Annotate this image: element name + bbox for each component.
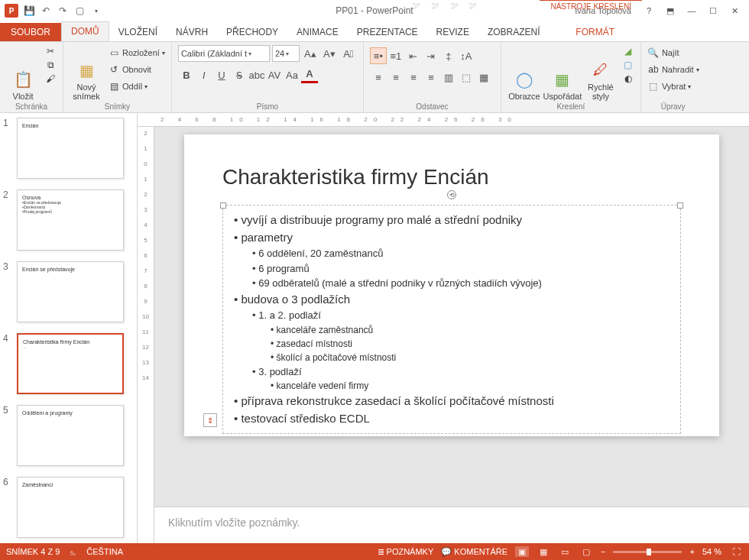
new-slide-button[interactable]: ▦ Nový snímek [70,45,103,101]
zoom-level[interactable]: 54 % [702,547,721,556]
start-from-beginning-icon[interactable]: ▢ [73,5,86,17]
thumbnail-row[interactable]: 4Charakteristika firmy Encián… [3,333,129,394]
zoom-in-button[interactable]: + [689,547,694,556]
bullet-item[interactable]: 3. podlažíkanceláře vedení firmy [252,364,670,393]
slide[interactable]: Charakteristika firmy Encián ⟲ ⇕ vyvíjí … [184,134,719,436]
shapes-button[interactable]: ◯Obrazce [507,45,541,101]
font-color-button[interactable]: A [301,66,318,83]
bold-button[interactable]: B [178,66,195,83]
content-placeholder[interactable]: ⟲ ⇕ vyvíjí a distribuuje programy pro ma… [222,205,681,434]
bullet-item[interactable]: školící a počítačové místnosti [271,351,670,364]
bullet-item[interactable]: 6 oddělení, 20 zaměstnanců [252,246,670,261]
tab-file[interactable]: SOUBOR [0,23,61,41]
slide-counter[interactable]: SNÍMEK 4 Z 9 [6,547,60,556]
normal-view-icon[interactable]: ▣ [515,546,529,557]
tab-animations[interactable]: ANIMACE [287,23,348,41]
decrease-indent-button[interactable]: ⇤ [405,47,422,64]
align-center-button[interactable]: ≡ [387,69,404,86]
tab-view[interactable]: ZOBRAZENÍ [478,23,550,41]
autofit-options-icon[interactable]: ⇕ [203,413,217,427]
close-icon[interactable]: ✕ [725,3,744,18]
grow-font-icon[interactable]: A▴ [302,45,319,62]
bullet-item[interactable]: budova o 3 podlažích1. a 2. podlažíkance… [234,291,670,393]
italic-button[interactable]: I [196,66,212,83]
bullet-item[interactable]: kanceláře zaměstnanců [271,323,670,337]
notes-pane[interactable]: Kliknutím vložíte poznámky. [154,507,749,543]
thumbnail[interactable]: Zaměstnanci [17,477,124,538]
thumbnail[interactable]: Encián se představuje [17,261,124,322]
language-indicator[interactable]: ČEŠTINA [86,547,123,556]
thumbnail[interactable]: Osnova•Encián se představuje•Zaměstnanci… [17,189,124,251]
sorter-view-icon[interactable]: ▦ [537,546,550,557]
thumbnail-row[interactable]: 5Oddělení a programy [3,405,129,466]
bullet-sublist[interactable]: kanceláře zaměstnancůzasedací místnostiš… [252,323,670,364]
quick-styles-button[interactable]: 🖊Rychlé styly [584,45,618,101]
bullet-sublist[interactable]: kanceláře vedení firmy [252,379,670,393]
section-button[interactable]: ▤Oddíl ▾ [108,79,165,94]
bullet-item[interactable]: zasedací místnosti [271,337,670,351]
underline-button[interactable]: U [213,66,230,83]
increase-indent-button[interactable]: ⇥ [423,47,439,64]
slide-thumbnails-panel[interactable]: 1Encián2Osnova•Encián se představuje•Zam… [0,113,138,543]
thumbnail[interactable]: Charakteristika firmy Encián… [17,333,124,394]
smartart-button[interactable]: ▦ [475,69,492,86]
minimize-icon[interactable]: — [682,3,702,18]
spellcheck-icon[interactable]: ⎁ [70,547,76,556]
bullet-item[interactable]: 69 odběratelů (malé a střední podniky v … [252,276,670,291]
line-spacing-button[interactable]: ‡ [440,47,457,64]
align-left-button[interactable]: ≡ [370,69,387,86]
change-case-button[interactable]: Aa [284,66,300,83]
align-text-button[interactable]: ⬚ [458,69,475,86]
bullet-list[interactable]: vyvíjí a distribuuje programy pro malé a… [234,212,670,427]
columns-button[interactable]: ▥ [440,69,457,86]
layout-button[interactable]: ▭Rozložení ▾ [108,45,165,60]
save-icon[interactable]: 💾 [23,5,35,17]
comments-toggle[interactable]: 💬 KOMENTÁŘE [441,547,507,557]
zoom-slider[interactable] [613,551,682,553]
replace-button[interactable]: abNahradit ▾ [647,62,699,77]
slide-canvas[interactable]: Charakteristika firmy Encián ⟲ ⇕ vyvíjí … [154,127,749,507]
notes-toggle[interactable]: ≣ POZNÁMKY [378,547,434,557]
justify-button[interactable]: ≡ [423,69,439,86]
tab-design[interactable]: NÁVRH [167,23,217,41]
font-size-combo[interactable]: 24▾ [272,45,300,62]
shadow-button[interactable]: abc [248,66,265,83]
maximize-icon[interactable]: ☐ [703,3,723,18]
select-button[interactable]: ⬚Vybrat ▾ [647,79,699,94]
tab-transitions[interactable]: PŘECHODY [217,23,287,41]
help-icon[interactable]: ? [639,3,659,18]
qat-dropdown-icon[interactable]: ▾ [90,5,102,17]
bullet-sublist[interactable]: 6 oddělení, 20 zaměstnanců6 programů69 o… [234,246,670,291]
reading-view-icon[interactable]: ▭ [558,546,572,557]
shape-outline-icon[interactable]: ▢ [622,59,634,71]
bullet-item[interactable]: parametry6 oddělení, 20 zaměstnanců6 pro… [234,229,670,291]
thumbnail[interactable]: Oddělení a programy [17,405,124,466]
cut-icon[interactable]: ✂ [44,45,57,57]
tab-home[interactable]: DOMŮ [61,21,109,41]
tab-insert[interactable]: VLOŽENÍ [109,23,167,41]
bullet-item[interactable]: 6 programů [252,261,670,277]
bullet-sublist[interactable]: 1. a 2. podlažíkanceláře zaměstnancůzase… [234,308,670,393]
bullet-item[interactable]: příprava rekonstrukce zasedací a školící… [234,393,670,410]
reset-button[interactable]: ↺Obnovit [108,62,165,77]
user-name[interactable]: Ivana Topolová [575,6,631,15]
slide-title[interactable]: Charakteristika firmy Encián [222,165,681,189]
undo-icon[interactable]: ↶ [40,5,52,17]
bullet-item[interactable]: testovací středisko ECDL [234,410,670,428]
tab-slideshow[interactable]: PREZENTACE [348,23,427,41]
clear-formatting-icon[interactable]: A⃠ [340,45,357,62]
shape-effects-icon[interactable]: ◐ [622,73,634,85]
paste-button[interactable]: 📋 Vložit [6,45,40,101]
numbering-button[interactable]: ≡1 [387,47,404,64]
ribbon-options-icon[interactable]: ⬒ [660,3,680,18]
shrink-font-icon[interactable]: A▾ [321,45,338,62]
bullet-item[interactable]: vyvíjí a distribuuje programy pro malé a… [234,212,670,229]
bullet-item[interactable]: 1. a 2. podlažíkanceláře zaměstnancůzase… [252,308,670,364]
thumbnail-row[interactable]: 6Zaměstnanci [3,477,129,538]
thumbnail-row[interactable]: 1Encián [3,118,129,179]
spacing-button[interactable]: AV [266,66,283,83]
thumbnail-row[interactable]: 3Encián se představuje [3,261,129,322]
redo-icon[interactable]: ↷ [57,5,69,17]
find-button[interactable]: 🔍Najít [647,45,699,60]
format-painter-icon[interactable]: 🖌 [44,73,57,85]
